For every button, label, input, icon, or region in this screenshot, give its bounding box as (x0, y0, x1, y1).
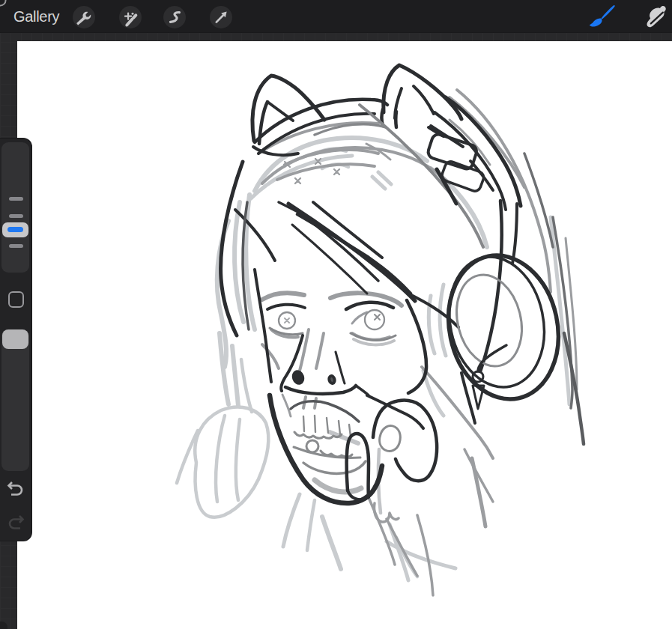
svg-text:Gallery: Gallery (13, 8, 60, 25)
